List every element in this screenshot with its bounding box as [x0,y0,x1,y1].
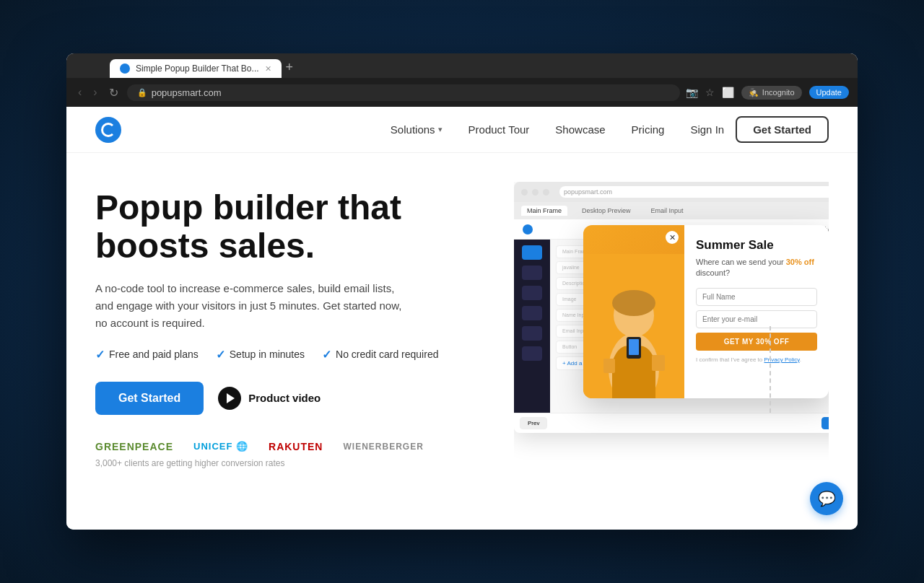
browser-navrow: ‹ › ↻ 🔒 popupsmart.com 📷 ☆ ⬜ 🕵 Incognito… [66,78,858,107]
inner-sidebar-item-1[interactable] [522,245,542,260]
svg-rect-5 [603,359,615,373]
incognito-badge: 🕵 Incognito [741,86,802,100]
logo-icon [101,123,116,137]
chat-icon: 💬 [818,490,836,507]
incognito-label: Incognito [762,88,795,97]
dashed-decoration [770,326,771,413]
tab-bar: Simple Popup Builder That Bo... ✕ + [66,53,858,78]
inner-sidebar-item-5[interactable] [522,326,542,341]
inner-tab-3[interactable]: Email Input [645,206,689,216]
feature-check-2: ✓ Setup in minutes [216,348,305,361]
inner-sidebar [514,240,550,413]
inner-browser-bar: popupsmart.com [514,182,829,202]
inner-browser-tabs: Main Frame Desktop Preview Email Input [514,202,829,219]
popup-fullname-input[interactable] [696,288,817,306]
popup-cta-button[interactable]: GET MY 30% OFF [696,333,817,351]
play-icon [218,387,241,410]
popup-discount: 30% off [786,258,814,266]
client-unicef: unicef 🌐 [193,441,248,452]
check-icon-3: ✓ [322,348,331,361]
svg-rect-7 [629,339,639,355]
bookmark-icon[interactable]: ☆ [705,87,715,98]
inner-tab-1[interactable]: Main Frame [521,206,567,216]
product-video-button[interactable]: Product video [218,387,321,410]
clients-sub: 3,000+ clients are getting higher conver… [95,458,500,468]
cta-row: Get Started Product video [95,382,500,415]
popup-title: Summer Sale [696,238,817,253]
hero-headline: Popup builder that boosts sales. [95,189,500,266]
svg-point-3 [612,290,655,316]
inner-logo [523,224,533,234]
update-button[interactable]: Update [809,86,849,99]
chevron-down-icon: ▾ [438,125,443,134]
address-bar[interactable]: 🔒 popupsmart.com [127,84,680,101]
check-icon-1: ✓ [95,348,105,361]
page-content: Solutions ▾ Product Tour Showcase Pricin… [66,107,858,530]
inner-sidebar-item-2[interactable] [522,266,542,280]
browser-nav-right: 📷 ☆ ⬜ 🕵 Incognito Update [686,86,849,100]
popup-consent: I confirm that I've agree to Privacy Pol… [696,356,817,364]
nav-pricing[interactable]: Pricing [632,123,665,136]
client-rakuten: Rakuten [269,441,323,452]
get-started-nav-button[interactable]: Get Started [736,116,829,143]
extensions-icon[interactable]: ⬜ [722,87,734,98]
feature-label-3: No credit card required [336,349,438,360]
inner-tl-yellow [532,189,539,196]
browser-window: Simple Popup Builder That Bo... ✕ + ‹ › … [66,53,858,530]
popup-person-image [583,225,684,398]
feature-checks: ✓ Free and paid plans ✓ Setup in minutes… [95,348,500,361]
tab-favicon [120,63,130,74]
site-logo[interactable] [95,117,121,143]
url-text: popupsmart.com [152,87,222,98]
play-triangle [227,393,235,403]
popup-image-section: ✕ [583,225,684,398]
popup-email-input[interactable] [696,310,817,328]
camera-icon[interactable]: 📷 [686,87,698,98]
popup-close-button[interactable]: ✕ [666,231,679,244]
inner-tl-green [543,189,549,196]
hero-left: Popup builder that boosts sales. A no-co… [95,182,500,515]
tab-title: Simple Popup Builder That Bo... [136,63,259,74]
chat-bubble-button[interactable]: 💬 [810,482,843,515]
popup-form-section: Summer Sale Where can we send your 30% o… [684,225,829,398]
forward-button[interactable]: › [90,83,100,102]
feature-label-1: Free and paid plans [109,349,199,360]
inner-sidebar-item-6[interactable] [522,346,542,361]
popup-overlay: ✕ Summer Sale Where can we send your 30%… [583,225,829,398]
inner-prev-button[interactable]: Prev [520,417,547,429]
nav-product-tour[interactable]: Product Tour [468,123,530,136]
app-screenshot: popupsmart.com Main Frame Desktop Previe… [514,182,829,515]
tab-close-button[interactable]: ✕ [265,64,271,74]
lock-icon: 🔒 [137,88,147,97]
nav-links: Solutions ▾ Product Tour Showcase Pricin… [391,123,665,136]
clients-row: GREENPEACE unicef 🌐 Rakuten wienerberger [95,441,500,452]
inner-sidebar-item-4[interactable] [522,306,542,320]
client-wienerberger: wienerberger [343,442,423,452]
popup-subtitle: Where can we send your 30% off discount? [696,257,817,279]
new-tab-button[interactable]: + [286,60,294,78]
back-button[interactable]: ‹ [75,83,84,102]
nav-actions: Sign In Get Started [690,116,829,143]
site-nav: Solutions ▾ Product Tour Showcase Pricin… [66,107,858,153]
nav-showcase[interactable]: Showcase [555,123,605,136]
hero-section: Popup builder that boosts sales. A no-co… [66,153,858,530]
reload-button[interactable]: ↻ [106,83,121,102]
svg-rect-4 [652,355,665,371]
feature-check-1: ✓ Free and paid plans [95,348,199,361]
hero-right: popupsmart.com Main Frame Desktop Previe… [514,182,829,515]
inner-tab-2[interactable]: Desktop Preview [576,206,637,216]
client-greenpeace: GREENPEACE [95,441,173,452]
check-icon-2: ✓ [216,348,225,361]
inner-tl-red [521,189,528,196]
inner-bottom-nav: Prev Next to customize [514,413,829,433]
feature-check-3: ✓ No credit card required [322,348,438,361]
nav-solutions[interactable]: Solutions ▾ [391,123,443,136]
feature-label-2: Setup in minutes [230,349,305,360]
get-started-hero-button[interactable]: Get Started [95,382,204,415]
sign-in-button[interactable]: Sign In [690,123,724,136]
inner-sidebar-item-3[interactable] [522,286,542,300]
person-svg [583,254,684,398]
browser-tab[interactable]: Simple Popup Builder That Bo... ✕ [110,59,282,78]
inner-url: popupsmart.com [564,188,612,196]
inner-next-button[interactable]: Next to customize [821,417,829,429]
